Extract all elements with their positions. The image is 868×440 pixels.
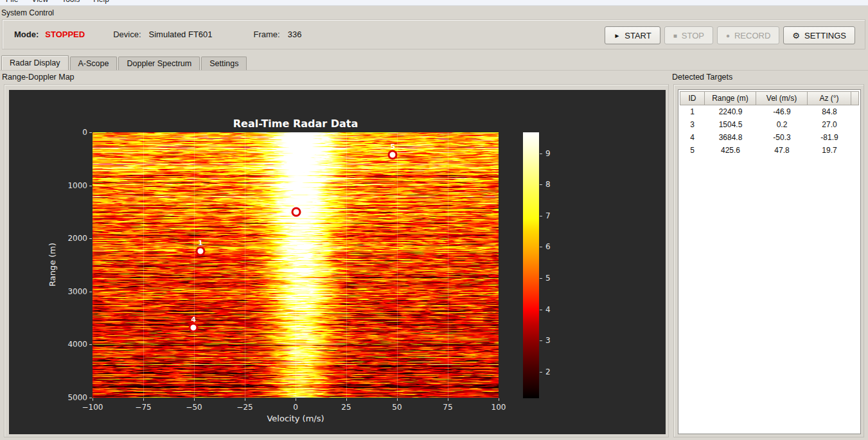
axis-tick [89, 186, 92, 186]
axis-tick [89, 132, 92, 133]
table-cell: 84.8 [808, 105, 851, 118]
target-marker-label-4: 4 [191, 315, 196, 324]
y-tick-label: 4000 [54, 340, 87, 349]
x-tick-label: 0 [293, 403, 298, 412]
stop-icon: ■ [673, 32, 677, 39]
colorbar-tick-label: 3 [545, 336, 551, 345]
record-button-label: RECORD [734, 31, 770, 40]
table-cell: -46.9 [756, 105, 808, 118]
axis-tick [397, 398, 398, 401]
axis-tick [448, 398, 448, 401]
column-header-id[interactable]: ID [680, 91, 705, 105]
target-marker-1 [195, 247, 205, 256]
colorbar-tick-label: 9 [545, 149, 551, 158]
x-tick-label: 75 [443, 403, 452, 412]
axis-tick [540, 154, 542, 154]
y-tick-label: 1000 [54, 181, 87, 190]
stop-button-label: STOP [682, 31, 704, 40]
table-cell [851, 105, 859, 118]
tab-settings[interactable]: Settings [201, 57, 247, 70]
axis-tick [540, 247, 542, 247]
detected-targets-group: IDRange (m)Vel (m/s)Az (°) 12240.9-46.98… [673, 84, 864, 437]
frame-label: Frame: [254, 30, 280, 39]
table-row[interactable]: 31504.50.227.0 [680, 118, 859, 131]
table-cell: 47.8 [756, 144, 808, 157]
system-control-group-title: System Control [1, 8, 54, 17]
axis-tick [89, 344, 92, 345]
target-marker-label-5: 5 [390, 143, 395, 151]
colorbar-tick-label: 8 [545, 180, 551, 189]
status-row: Mode: STOPPED Device: Simulated FT601 Fr… [14, 20, 301, 49]
y-tick-label: 2000 [54, 234, 87, 243]
record-icon: ● [726, 32, 730, 39]
table-cell [851, 144, 859, 157]
table-cell: 425.6 [705, 144, 756, 157]
detected-targets-list: IDRange (m)Vel (m/s)Az (°) 12240.9-46.98… [678, 89, 861, 434]
menu-items: FileViewToolsHelp [0, 0, 868, 5]
colorbar-tick-label: 7 [545, 211, 551, 220]
range-doppler-map-title: Range-Doppler Map [2, 73, 75, 82]
menu-item-tools[interactable]: Tools [59, 0, 82, 5]
range-doppler-heatmap [93, 132, 499, 398]
start-button[interactable]: ►START [605, 26, 660, 44]
target-marker-label-3: 3 [294, 200, 299, 208]
table-row[interactable]: 5425.647.819.7 [680, 144, 859, 157]
table-cell: 5 [680, 144, 705, 157]
axis-tick [89, 292, 92, 292]
start-button-label: START [624, 31, 651, 40]
device-label: Device: [113, 30, 141, 39]
table-cell: 3684.8 [705, 131, 756, 144]
axis-tick [194, 398, 195, 401]
stop-button[interactable]: ■STOP [664, 26, 713, 44]
tab-radar-display[interactable]: Radar Display [1, 55, 69, 70]
table-cell: -50.3 [756, 131, 808, 144]
record-button[interactable]: ●RECORD [717, 26, 779, 44]
colorbar [523, 132, 539, 398]
axis-tick [93, 398, 93, 401]
gear-icon: ⚙ [792, 31, 800, 40]
y-tick-label: 0 [54, 128, 87, 137]
table-cell: 2240.9 [705, 105, 756, 118]
system-control-group: Mode: STOPPED Device: Simulated FT601 Fr… [2, 19, 865, 49]
menu-item-file[interactable]: File [3, 0, 21, 5]
settings-button-label: SETTINGS [804, 31, 846, 40]
target-marker-label-1: 1 [198, 239, 203, 247]
column-header-az[interactable]: Az (°) [807, 91, 851, 105]
plot-title: Real-Time Radar Data [93, 118, 499, 130]
x-tick-label: −100 [82, 403, 103, 412]
table-cell: 1504.5 [705, 118, 756, 131]
menu-bar: FileViewToolsHelp [0, 0, 868, 6]
tab-a-scope[interactable]: A-Scope [70, 57, 118, 70]
mode-value: STOPPED [45, 30, 85, 39]
table-cell [851, 118, 859, 131]
tab-doppler-spectrum[interactable]: Doppler Spectrum [118, 57, 200, 70]
axis-tick [540, 372, 542, 373]
column-header-vel[interactable]: Vel (m/s) [756, 91, 808, 105]
target-marker-3 [291, 207, 301, 217]
settings-button[interactable]: ⚙SETTINGS [783, 26, 855, 44]
menu-item-view[interactable]: View [29, 0, 51, 5]
axis-tick [143, 398, 144, 401]
x-tick-label: 100 [492, 403, 506, 412]
axis-tick [89, 398, 92, 398]
target-marker-4 [189, 323, 199, 333]
mode-label: Mode: [14, 30, 39, 39]
play-icon: ► [614, 32, 620, 39]
tab-separator [0, 70, 868, 71]
x-tick-label: −25 [236, 403, 252, 412]
x-tick-label: 25 [341, 403, 351, 412]
y-axis-label: Range (m) [48, 243, 57, 286]
detected-targets-title: Detected Targets [672, 73, 732, 82]
axis-tick [296, 398, 296, 401]
table-row[interactable]: 43684.8-50.3-81.9 [680, 131, 859, 144]
radar-app-window: { "menu": { "items": ["File", "View", "T… [0, 0, 868, 440]
axis-tick [540, 278, 542, 279]
y-tick-label: 3000 [54, 287, 87, 296]
axis-tick [540, 310, 542, 310]
column-header-stub [851, 91, 859, 105]
column-header-range[interactable]: Range (m) [704, 91, 756, 105]
radar-plot-area: Real-Time Radar Data Velocity (m/s) Rang… [9, 90, 666, 434]
menu-item-help[interactable]: Help [91, 0, 112, 5]
table-row[interactable]: 12240.9-46.984.8 [680, 105, 859, 118]
device-value: Simulated FT601 [149, 30, 213, 39]
